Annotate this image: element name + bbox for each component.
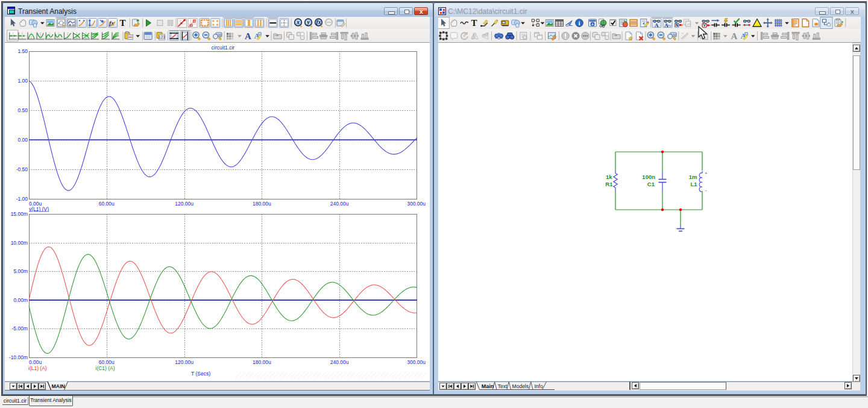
- svg-text:240.00u: 240.00u: [330, 201, 349, 207]
- svg-text:-10.00m: -10.00m: [9, 354, 28, 360]
- svg-text:1m: 1m: [689, 174, 697, 180]
- svg-text:180.00u: 180.00u: [253, 359, 271, 365]
- svg-text:1.50: 1.50: [17, 48, 28, 54]
- svg-text:+: +: [705, 171, 708, 176]
- svg-text:120.00u: 120.00u: [175, 201, 193, 207]
- svg-text:circuit1.cir: circuit1.cir: [212, 45, 234, 51]
- svg-text:N: N: [675, 23, 678, 27]
- svg-text:T: T: [471, 18, 477, 28]
- svg-text:i: i: [578, 19, 580, 27]
- svg-text:Models: Models: [512, 383, 529, 389]
- svg-text:A: A: [245, 31, 251, 41]
- svg-text:15.00m: 15.00m: [11, 211, 28, 217]
- svg-text:240.00u: 240.00u: [330, 359, 349, 365]
- svg-text:-0.50: -0.50: [16, 166, 28, 172]
- svg-text:Text: Text: [498, 383, 508, 389]
- svg-text:R1: R1: [605, 181, 613, 187]
- svg-text:60.00u: 60.00u: [99, 359, 115, 365]
- svg-text:Main: Main: [482, 383, 494, 389]
- svg-text:fx: fx: [316, 19, 321, 25]
- svg-text:180.00u: 180.00u: [253, 201, 271, 207]
- svg-text:x: x: [296, 19, 300, 25]
- svg-text:123: 123: [159, 35, 165, 39]
- svg-text:0.50: 0.50: [17, 107, 28, 113]
- svg-text:A: A: [731, 31, 737, 41]
- svg-text:Info: Info: [535, 383, 543, 389]
- svg-text:5.00m: 5.00m: [13, 268, 28, 274]
- svg-text:i(L1) (A): i(L1) (A): [28, 365, 47, 371]
- svg-text:100n: 100n: [642, 174, 655, 180]
- svg-text:1k: 1k: [606, 174, 612, 180]
- svg-text:MAIN: MAIN: [52, 383, 65, 389]
- svg-text:0.00u: 0.00u: [29, 359, 42, 365]
- svg-text:-1.00: -1.00: [16, 196, 28, 202]
- svg-text:1.00: 1.00: [17, 78, 28, 84]
- svg-text:v(L1) (V): v(L1) (V): [29, 206, 49, 212]
- svg-text:C1: C1: [647, 181, 655, 187]
- svg-text:-5.00m: -5.00m: [12, 325, 28, 331]
- svg-text:300.00u: 300.00u: [407, 201, 426, 207]
- svg-text:120.00u: 120.00u: [175, 359, 193, 365]
- svg-text:0.00m: 0.00m: [13, 297, 28, 303]
- svg-text:60.00u: 60.00u: [99, 201, 115, 207]
- svg-text:A: A: [655, 22, 659, 28]
- svg-text:10.00m: 10.00m: [11, 240, 28, 246]
- svg-text:L1: L1: [690, 181, 697, 187]
- svg-text:0.00: 0.00: [17, 137, 28, 143]
- svg-text:T: T: [120, 18, 126, 28]
- svg-text:-: -: [705, 187, 707, 193]
- svg-text:T (Secs): T (Secs): [191, 371, 210, 377]
- svg-text:y: y: [306, 19, 310, 25]
- svg-text:300.00u: 300.00u: [407, 359, 426, 365]
- svg-text:i(C1) (A): i(C1) (A): [96, 365, 115, 371]
